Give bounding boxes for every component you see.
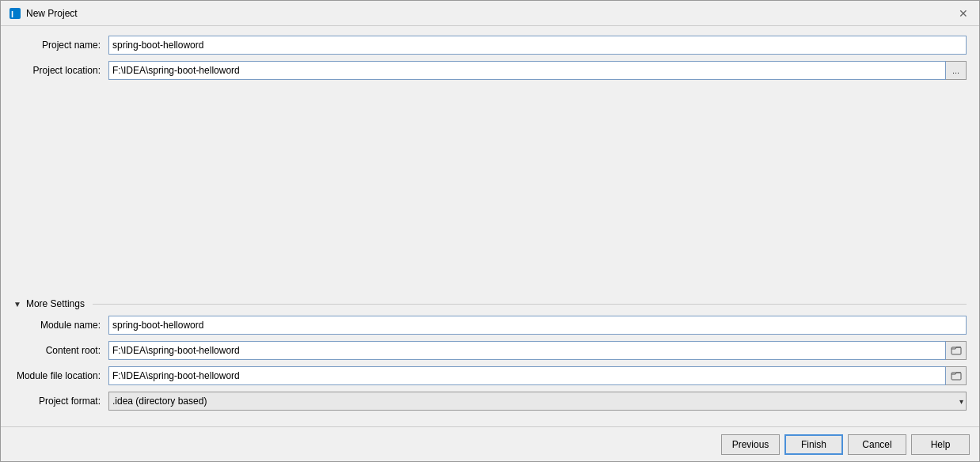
project-location-input[interactable] [108,61,946,80]
content-root-row: Content root: [13,341,967,360]
help-button[interactable]: Help [911,434,970,455]
dialog-title: New Project [26,8,78,19]
previous-button[interactable]: Previous [721,434,780,455]
module-file-location-browse-button[interactable] [946,366,967,385]
title-bar: I New Project ✕ [1,1,979,26]
project-format-row: Project format: .idea (directory based)E… [13,392,967,411]
idea-icon: I [9,7,21,20]
project-format-select-wrapper: .idea (directory based)Eclipse (.classpa… [108,392,967,411]
finish-button[interactable]: Finish [784,434,843,455]
dialog-main: Project name: Project location: ... ▼ Mo… [1,26,979,461]
cancel-button[interactable]: Cancel [848,434,906,455]
svg-text:I: I [11,9,13,19]
module-file-location-row: Module file location: [13,366,967,385]
dialog-footer: Previous Finish Cancel Help [1,426,979,461]
more-settings-section: ▼ More Settings Module name: Content roo… [13,298,967,417]
project-format-select[interactable]: .idea (directory based)Eclipse (.classpa… [108,392,967,411]
close-button[interactable]: ✕ [955,6,971,21]
new-project-dialog: I New Project ✕ Project name: Project lo… [0,0,980,462]
module-name-row: Module name: [13,316,967,335]
project-location-input-group: ... [108,61,967,80]
module-file-location-input[interactable] [108,366,946,385]
project-format-label: Project format: [13,396,108,407]
content-root-input[interactable] [108,341,946,360]
more-settings-label[interactable]: More Settings [26,298,85,309]
svg-rect-2 [952,347,961,354]
content-root-label: Content root: [13,345,108,356]
project-location-row: Project location: ... [13,61,967,80]
project-location-browse-button[interactable]: ... [946,61,967,80]
more-settings-rows: Module name: Content root: [13,316,967,411]
module-name-input[interactable] [108,316,967,335]
project-name-label: Project name: [13,40,108,51]
spacer [13,86,967,292]
collapse-arrow-icon[interactable]: ▼ [13,300,21,309]
project-location-label: Project location: [13,65,108,76]
module-file-location-label: Module file location: [13,370,108,381]
module-file-location-input-group [108,366,967,385]
content-area: Project name: Project location: ... ▼ Mo… [1,26,979,426]
more-settings-header: ▼ More Settings [13,298,967,309]
svg-rect-3 [952,373,961,380]
content-root-input-group [108,341,967,360]
project-name-row: Project name: [13,36,967,55]
title-bar-left: I New Project [9,7,78,20]
content-root-browse-button[interactable] [946,341,967,360]
module-name-label: Module name: [13,320,108,331]
project-name-input[interactable] [108,36,967,55]
